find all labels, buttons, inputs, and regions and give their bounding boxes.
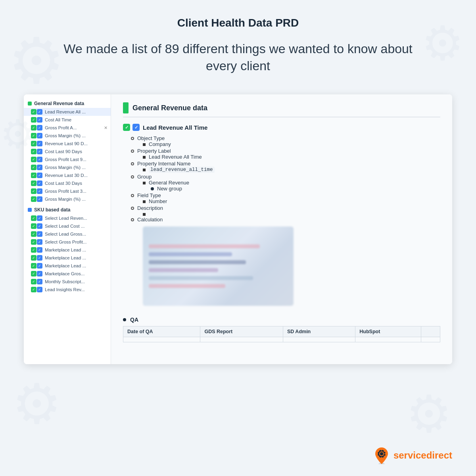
check-blue-icon: ✓ xyxy=(37,117,42,123)
sidebar-item-gross-profit-last-9[interactable]: ✓ ✓ Gross Profit Last 9... xyxy=(24,155,111,163)
check-blue-icon: ✓ xyxy=(37,157,42,162)
table-header-date: Date of QA xyxy=(123,326,200,337)
field-value: Number xyxy=(149,198,167,204)
sidebar-item-gross-margin-pct-3[interactable]: ✓ ✓ Gross Margin (%) ... xyxy=(24,195,111,203)
table-header-hubspot: HubSpot xyxy=(355,326,421,337)
sidebar-item-gross-profit-last-3[interactable]: ✓ ✓ Gross Profit Last 3... xyxy=(24,187,111,195)
sidebar-item-gross-profit-a[interactable]: ✓ ✓ Gross Profit A... ✕ xyxy=(24,124,111,132)
sidebar-item-select-lead-cost[interactable]: ✓ ✓ Select Lead Cost ... xyxy=(24,222,111,230)
sidebar-item-cost-last-30[interactable]: ✓ ✓ Cost Last 30 Days xyxy=(24,179,111,187)
check-blue-icon: ✓ xyxy=(37,271,42,276)
logo-text: servicedirect xyxy=(393,450,452,461)
check-green-icon: ✓ xyxy=(31,231,36,237)
section-dot-blue xyxy=(28,208,32,212)
check-blue-icon: ✓ xyxy=(37,141,42,146)
sidebar-item-marketplace-lead-3[interactable]: ✓ ✓ Marketplace Lead ... xyxy=(24,262,111,270)
field-label: Field Type xyxy=(137,192,161,198)
square-bullet xyxy=(143,200,146,203)
sidebar-item-text: Revenue Last 90 D... xyxy=(45,141,88,146)
table-header-row: Date of QA GDS Report SD Admin HubSpot xyxy=(123,326,440,337)
blur-line-2 xyxy=(149,252,232,256)
check-blue-icon: ✓ xyxy=(37,133,42,138)
sidebar-item-select-lead-reven[interactable]: ✓ ✓ Select Lead Reven... xyxy=(24,214,111,222)
check-green-icon: ✓ xyxy=(31,279,36,284)
qa-dot-icon xyxy=(123,318,126,321)
check-blue-icon: ✓ xyxy=(37,188,42,194)
check-green-icon: ✓ xyxy=(31,255,36,261)
table-row xyxy=(123,337,440,342)
check-blue-icon: ✓ xyxy=(37,173,42,178)
sidebar-item-gross-margin-pct-2[interactable]: ✓ ✓ Gross Margin (%) ... xyxy=(24,163,111,171)
check-icons: ✓ ✓ xyxy=(31,157,43,162)
sidebar-item-gross-margin-pct[interactable]: ✓ ✓ Gross Margin (%) ... xyxy=(24,132,111,140)
sidebar-item-monthly-subscript[interactable]: ✓ ✓ Monthly Subscript... xyxy=(24,278,111,286)
check-green-icon: ✓ xyxy=(31,180,36,186)
detail-panel: General Revenue data ✓ ✓ Lead Revenue Al… xyxy=(111,94,452,364)
check-icons: ✓ ✓ xyxy=(31,255,43,261)
blur-line-3 xyxy=(149,260,246,264)
sidebar-item-text: Cost Last 90 Days xyxy=(45,149,82,154)
sidebar-item-text: Revenue Last 30 D... xyxy=(45,173,88,178)
check-blue-icon: ✓ xyxy=(132,124,140,131)
sidebar-section-sku-based: SKU based data xyxy=(24,205,111,214)
sidebar-item-select-lead-gross[interactable]: ✓ ✓ Select Lead Gross... xyxy=(24,230,111,238)
sidebar-item-cost-last-90[interactable]: ✓ ✓ Cost Last 90 Days xyxy=(24,148,111,155)
filled-bullet xyxy=(151,187,154,190)
square-bullet xyxy=(143,182,146,184)
circle-bullet xyxy=(131,137,134,140)
sidebar-item-revenue-last-30[interactable]: ✓ ✓ Revenue Last 30 D... xyxy=(24,171,111,179)
subsection-lead-revenue: ✓ ✓ Lead Revenue All Time Object Type Co… xyxy=(123,124,440,342)
sidebar-item-text: Monthly Subscript... xyxy=(45,279,85,284)
sidebar-item-text: Gross Profit Last 3... xyxy=(45,189,86,194)
logo-icon xyxy=(373,447,390,464)
check-blue-icon: ✓ xyxy=(37,149,42,154)
check-green-icon: ✓ xyxy=(31,188,36,194)
sidebar-item-revenue-last-90[interactable]: ✓ ✓ Revenue Last 90 D... xyxy=(24,140,111,148)
bg-gear-bottom-right: ⚙ xyxy=(406,384,452,444)
tree-item-l2: lead_revenue_all_time xyxy=(123,167,440,173)
field-label: Object Type xyxy=(137,135,165,141)
sidebar-item-lead-revenue-all[interactable]: ✓ ✓ Lead Revenue All ... xyxy=(24,108,111,116)
sidebar-item-select-gross-profit[interactable]: ✓ ✓ Select Gross Profit... xyxy=(24,238,111,246)
square-bullet xyxy=(143,213,146,216)
tree-item-l3: New group xyxy=(123,186,440,192)
check-blue-icon: ✓ xyxy=(37,223,42,229)
tree-item-field-type: Field Type Number xyxy=(123,192,440,205)
tree-item-property-internal-name: Property Internal Name lead_revenue_all_… xyxy=(123,160,440,173)
close-icon[interactable]: ✕ xyxy=(104,125,107,131)
table-cell-hubspot xyxy=(355,337,421,342)
sidebar-item-text: Select Lead Reven... xyxy=(45,216,87,221)
check-blue-icon: ✓ xyxy=(37,231,42,237)
bg-gear-top-left: ⚙ xyxy=(8,24,65,98)
subsection-title-text: Lead Revenue All Time xyxy=(143,124,207,131)
check-blue-icon: ✓ xyxy=(37,263,42,269)
tree-item-description: Description xyxy=(123,205,440,216)
sidebar-item-text: Marketplace Lead ... xyxy=(45,263,86,268)
check-green-icon: ✓ xyxy=(31,239,36,245)
check-icons: ✓ ✓ xyxy=(31,188,43,194)
section-color-bar xyxy=(123,102,129,113)
blur-line-4 xyxy=(149,268,218,272)
page-title: Client Health Data PRD xyxy=(0,17,476,29)
sidebar-item-marketplace-lead-1[interactable]: ✓ ✓ Marketplace Lead ... xyxy=(24,246,111,254)
bg-gear-top-right: ⚙ xyxy=(421,16,464,71)
check-icons: ✓ ✓ xyxy=(31,279,43,284)
check-icons: ✓ ✓ xyxy=(31,231,43,237)
sidebar-item-marketplace-lead-2[interactable]: ✓ ✓ Marketplace Lead ... xyxy=(24,254,111,262)
sidebar-item-cost-all-time[interactable]: ✓ ✓ Cost All Time xyxy=(24,116,111,124)
sidebar-item-text: Marketplace Lead ... xyxy=(45,255,86,260)
logo-text-direct: direct xyxy=(426,450,452,461)
tree-item-group: Group General Revenue New group xyxy=(123,173,440,192)
footer: servicedirect xyxy=(373,447,452,464)
section-dot-green xyxy=(28,102,32,106)
svg-rect-4 xyxy=(381,457,382,458)
check-blue-icon: ✓ xyxy=(37,180,42,186)
check-icons: ✓ ✓ xyxy=(31,196,43,202)
qa-label: QA xyxy=(130,317,138,323)
sidebar-item-marketplace-gros[interactable]: ✓ ✓ Marketplace Gros... xyxy=(24,270,111,278)
sidebar-item-text: Select Lead Gross... xyxy=(45,232,86,236)
check-icons: ✓ ✓ xyxy=(31,263,43,269)
sidebar: General Revenue data ✓ ✓ Lead Revenue Al… xyxy=(24,94,111,364)
table-cell-sd-admin xyxy=(283,337,355,342)
sidebar-item-lead-insights-rev[interactable]: ✓ ✓ Lead Insights Rev... xyxy=(24,286,111,294)
